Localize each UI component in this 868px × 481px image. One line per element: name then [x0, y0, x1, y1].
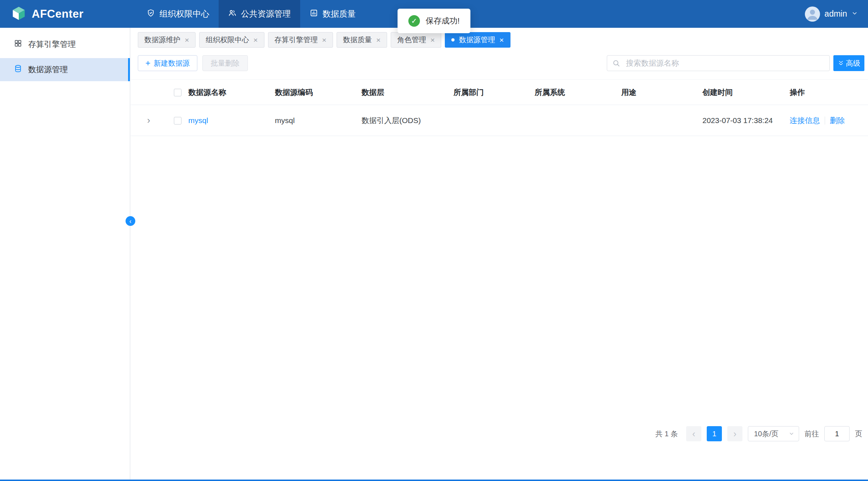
sidebar-item-storage-engine[interactable]: 存算引擎管理 [0, 33, 130, 56]
goto-label: 前往 [805, 429, 819, 439]
pagination: 共 1 条 ‹ 1 › 10条/页 前往 页 [656, 426, 862, 441]
page-number-button[interactable]: 1 [707, 426, 722, 441]
col-header-name: 数据源名称 [188, 80, 275, 105]
search-icon [612, 59, 621, 67]
page-unit-label: 页 [855, 429, 862, 439]
select-all-checkbox[interactable] [174, 89, 181, 96]
action-divider [825, 117, 825, 124]
pagination-total: 共 1 条 [656, 429, 678, 439]
advanced-filter-label: 高级 [846, 58, 860, 68]
tab-label: 数据源管理 [459, 35, 495, 45]
shield-icon [146, 9, 155, 19]
top-nav-items: 组织权限中心 公共资源管理 数据质量 [137, 0, 365, 28]
check-circle-icon: ✓ [408, 15, 420, 27]
tab-label: 数据质量 [343, 35, 372, 45]
chevron-double-down-icon [838, 60, 844, 66]
tab-datasource-management[interactable]: 数据源管理 × [445, 32, 510, 48]
afcenter-logo-icon [11, 5, 27, 23]
datasource-code: mysql [275, 105, 361, 136]
user-name: admin [824, 9, 847, 19]
col-header-department: 所属部门 [453, 80, 535, 105]
tab-strip: 数据源维护 × 组织权限中心 × 存算引擎管理 × 数据质量 × 角色管理 × … [131, 28, 868, 48]
table-row: › mysql mysql 数据引入层(ODS) 2023-07-03 17:3… [131, 105, 868, 136]
nav-item-public-resource[interactable]: 公共资源管理 [219, 0, 300, 28]
search-box [607, 55, 830, 71]
col-header-created: 创建时间 [702, 80, 790, 105]
tab-label: 角色管理 [397, 35, 426, 45]
main-content: 数据源维护 × 组织权限中心 × 存算引擎管理 × 数据质量 × 角色管理 × … [131, 28, 868, 480]
tab-label: 存算引擎管理 [275, 35, 318, 45]
database-icon [14, 64, 22, 75]
user-menu[interactable]: admin [805, 0, 858, 28]
window-bottom-edge [0, 480, 868, 481]
create-datasource-button[interactable]: + 新建数据源 [138, 55, 197, 71]
expand-header [131, 80, 167, 105]
tab-storage-engine[interactable]: 存算引擎管理 × [268, 32, 333, 48]
create-datasource-label: 新建数据源 [154, 58, 190, 68]
close-icon[interactable]: × [376, 36, 381, 44]
table-header-row: 数据源名称 数据源编码 数据层 所属部门 所属系统 用途 创建时间 操作 [131, 80, 868, 105]
prev-page-button[interactable]: ‹ [686, 426, 701, 441]
next-page-button[interactable]: › [727, 426, 742, 441]
avatar [805, 6, 820, 22]
success-toast: ✓ 保存成功! [398, 9, 470, 33]
connect-info-link[interactable]: 连接信息 [790, 115, 820, 126]
users-icon [228, 9, 237, 19]
datasource-system [535, 105, 621, 136]
brand-title: AFCenter [32, 8, 84, 21]
plus-icon: + [145, 59, 150, 67]
sidebar-item-label: 数据源管理 [28, 64, 68, 75]
brand: AFCenter [11, 0, 84, 28]
sidebar-collapse-button[interactable]: ‹ [126, 216, 135, 226]
delete-link[interactable]: 删除 [830, 115, 845, 126]
row-checkbox[interactable] [174, 117, 181, 124]
nav-item-org-permission-center[interactable]: 组织权限中心 [137, 0, 219, 28]
chevron-down-icon [851, 9, 858, 19]
chevron-down-icon [789, 431, 794, 437]
chart-icon [310, 9, 318, 19]
datasource-layer: 数据引入层(ODS) [361, 105, 453, 136]
search-input[interactable] [607, 55, 830, 71]
col-header-code: 数据源编码 [275, 80, 361, 105]
sidebar: 存算引擎管理 数据源管理 [0, 28, 130, 480]
goto-page-input[interactable] [824, 426, 850, 441]
sidebar-item-label: 存算引擎管理 [28, 39, 76, 50]
nav-item-label: 公共资源管理 [241, 8, 291, 19]
col-header-layer: 数据层 [361, 80, 453, 105]
nav-item-label: 数据质量 [323, 8, 356, 19]
tab-data-quality[interactable]: 数据质量 × [337, 32, 387, 48]
row-expand-icon[interactable]: › [147, 115, 150, 125]
datasource-created-at: 2023-07-03 17:38:24 [702, 105, 790, 136]
tab-role-management[interactable]: 角色管理 × [391, 32, 441, 48]
nav-item-data-quality[interactable]: 数据质量 [300, 0, 365, 28]
close-icon[interactable]: × [185, 36, 189, 44]
active-tab-dot [451, 38, 455, 41]
row-actions: 连接信息 删除 [790, 115, 868, 126]
batch-delete-button[interactable]: 批量删除 [202, 55, 248, 71]
nav-item-label: 组织权限中心 [159, 8, 209, 19]
tab-org-permission-center[interactable]: 组织权限中心 × [199, 32, 264, 48]
tab-label: 组织权限中心 [206, 35, 249, 45]
toast-message: 保存成功! [426, 16, 460, 26]
tab-datasource-maintenance[interactable]: 数据源维护 × [138, 32, 196, 48]
datasource-name-link[interactable]: mysql [188, 116, 208, 124]
datasource-department [453, 105, 535, 136]
advanced-filter-button[interactable]: 高级 [833, 55, 864, 71]
grid-icon [14, 39, 22, 50]
col-header-actions: 操作 [790, 80, 868, 105]
page-size-select[interactable]: 10条/页 [748, 426, 799, 441]
datasource-table: 数据源名称 数据源编码 数据层 所属部门 所属系统 用途 创建时间 操作 › m… [131, 79, 868, 136]
col-header-usage: 用途 [621, 80, 702, 105]
toolbar: + 新建数据源 批量删除 高级 [131, 55, 868, 71]
close-icon[interactable]: × [253, 36, 258, 44]
close-icon[interactable]: × [430, 36, 435, 44]
sidebar-item-datasource[interactable]: 数据源管理 [0, 58, 130, 81]
page-size-label: 10条/页 [754, 429, 779, 439]
tab-label: 数据源维护 [144, 35, 180, 45]
datasource-usage [621, 105, 702, 136]
col-header-system: 所属系统 [535, 80, 621, 105]
close-icon[interactable]: × [322, 36, 326, 44]
close-icon[interactable]: × [499, 36, 504, 44]
